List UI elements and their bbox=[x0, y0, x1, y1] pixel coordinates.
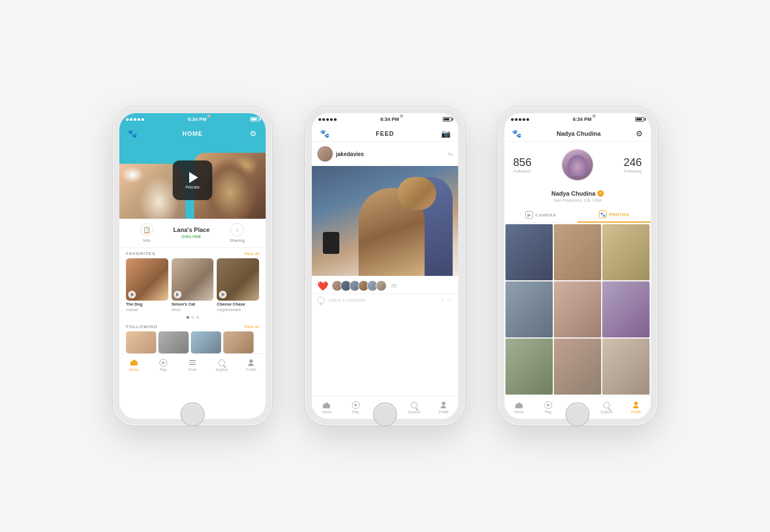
nav-profile-2[interactable]: Profile bbox=[429, 401, 458, 414]
status-time-2: 6:34 PM bbox=[380, 117, 399, 122]
fav-owner-2: megoliviamarie bbox=[217, 308, 259, 312]
tab-camera[interactable]: ▶ CAMERA bbox=[504, 207, 578, 223]
following-stat: 246 Following bbox=[624, 157, 642, 174]
favorites-view-all[interactable]: View all bbox=[244, 251, 259, 256]
petcube-overlay[interactable]: Petcube bbox=[173, 160, 212, 200]
profile-username-nav: Nadya Chudina bbox=[557, 130, 601, 137]
following-thumb-0[interactable] bbox=[126, 331, 156, 353]
feed-actions: ❤️ 25 bbox=[312, 276, 458, 293]
info-button[interactable]: 📋 Info bbox=[140, 223, 153, 243]
following-thumb-3[interactable] bbox=[223, 331, 254, 353]
nav-bar-1: 🐾 HOME ⚙ bbox=[119, 125, 266, 142]
grid-photo-2[interactable] bbox=[602, 224, 650, 280]
favorites-header: FAVORITES View all bbox=[119, 248, 266, 258]
camera-name: Lana's Place bbox=[173, 224, 210, 234]
likes-avatars bbox=[332, 280, 387, 291]
followers-count: 856 bbox=[513, 157, 531, 168]
grid-photo-5[interactable] bbox=[602, 281, 650, 337]
followers-stat: 856 Followers bbox=[513, 157, 531, 174]
page-title-1: HOME bbox=[183, 130, 203, 137]
camera-icon-2[interactable]: 📷 bbox=[441, 129, 450, 138]
following-count: 246 bbox=[624, 157, 642, 168]
paw-icon-2: 🐾 bbox=[320, 129, 329, 138]
camera-tab-icon: ▶ bbox=[525, 211, 533, 219]
comment-row: Leave a comment ↑ ··· bbox=[312, 293, 458, 306]
play-icon-2 bbox=[352, 401, 360, 409]
post-user[interactable]: jakedavies bbox=[317, 146, 364, 162]
home-button-1[interactable] bbox=[180, 402, 205, 426]
settings-icon-1[interactable]: ⚙ bbox=[248, 129, 258, 138]
grid-photo-7[interactable] bbox=[554, 339, 601, 395]
profile-icon-1 bbox=[248, 359, 254, 366]
nav-home-1[interactable]: Home bbox=[119, 359, 148, 372]
following-view-all[interactable]: View all bbox=[244, 324, 259, 329]
online-status: ONLINE bbox=[173, 234, 210, 242]
following-row bbox=[119, 331, 266, 353]
grid-photo-8[interactable] bbox=[602, 339, 650, 395]
phones-container: 6:34 PM 🐾 HOME ⚙ bbox=[113, 107, 657, 425]
post-header: jakedavies 5s bbox=[312, 142, 458, 166]
nav-explore-1[interactable]: Explore bbox=[207, 359, 237, 372]
status-bar-3: 6:34 PM bbox=[504, 113, 651, 125]
nav-bar-2: 🐾 FEED 📷 bbox=[312, 125, 458, 142]
nav-play-3[interactable]: Play bbox=[534, 401, 563, 414]
comment-actions: ↑ ··· bbox=[441, 296, 453, 304]
share-icon[interactable]: ↑ bbox=[441, 296, 444, 304]
nav-explore-3[interactable]: Explore bbox=[592, 401, 622, 414]
sharing-button[interactable]: ↑ Sharing bbox=[229, 223, 245, 243]
nav-profile-1[interactable]: Profile bbox=[237, 359, 266, 372]
grid-photo-0[interactable] bbox=[505, 224, 553, 280]
fav-play-0 bbox=[128, 291, 136, 298]
status-bar-1: 6:34 PM bbox=[119, 113, 266, 125]
grid-photo-4[interactable] bbox=[554, 281, 601, 337]
home-icon-3 bbox=[515, 402, 522, 408]
bottom-nav-1: Home Play Feed bbox=[119, 353, 266, 376]
home-icon-1 bbox=[130, 359, 138, 365]
profile-name-section: Nadya Chudina ✓ San Francisco, CA, USA bbox=[504, 188, 651, 207]
liker-avatar-5 bbox=[376, 280, 387, 291]
feed-post-image bbox=[312, 166, 458, 276]
followers-label: Followers bbox=[514, 169, 531, 174]
fav-owner-1: simon bbox=[172, 308, 214, 312]
comment-placeholder[interactable]: Leave a comment bbox=[328, 297, 437, 303]
grid-photo-1[interactable] bbox=[554, 224, 601, 280]
battery-2 bbox=[443, 117, 452, 121]
home-icon-2 bbox=[323, 402, 330, 408]
profile-location: San Francisco, CA, USA bbox=[504, 198, 651, 203]
heart-icon[interactable]: ❤️ bbox=[317, 281, 328, 291]
status-time-3: 6:34 PM bbox=[573, 117, 591, 122]
profile-nav-bar: 🐾 Nadya Chudina ⚙ bbox=[504, 125, 651, 142]
home-button-3[interactable] bbox=[565, 402, 590, 426]
tab-photos[interactable]: 🐾 PHOTOS bbox=[578, 207, 651, 223]
settings-icon-3[interactable]: ⚙ bbox=[636, 129, 643, 138]
fav-item-1[interactable]: Simon's Cat simon bbox=[172, 258, 214, 312]
nav-feed-1[interactable]: Feed bbox=[178, 359, 207, 372]
nav-play-1[interactable]: Play bbox=[148, 359, 178, 372]
feed-icon-1 bbox=[189, 360, 196, 365]
nav-home-3[interactable]: Home bbox=[504, 401, 534, 414]
following-title: FOLLOWING bbox=[126, 324, 158, 329]
nav-explore-2[interactable]: Explore bbox=[400, 401, 429, 414]
fav-play-2 bbox=[219, 291, 227, 298]
fav-name-0: The Dog bbox=[126, 302, 168, 307]
nav-home-2[interactable]: Home bbox=[312, 401, 341, 414]
camera-info-row: 📋 Info Lana's Place ONLINE ↑ Sharing bbox=[119, 219, 266, 248]
following-thumb-2[interactable] bbox=[191, 331, 221, 353]
fav-item-2[interactable]: Cheese Chase megoliviamarie bbox=[217, 258, 259, 312]
signal-dots-2 bbox=[318, 118, 337, 121]
grid-photo-3[interactable] bbox=[505, 281, 553, 337]
profile-stats-row: 856 Followers 246 Following bbox=[504, 142, 651, 188]
fav-item-0[interactable]: The Dog michael bbox=[126, 258, 168, 312]
profile-avatar[interactable] bbox=[561, 148, 594, 181]
hero-section: Petcube bbox=[119, 142, 266, 219]
nav-profile-3[interactable]: Profile bbox=[622, 401, 651, 414]
grid-photo-6[interactable] bbox=[505, 339, 553, 395]
following-thumb-1[interactable] bbox=[158, 331, 189, 353]
post-username: jakedavies bbox=[336, 151, 364, 157]
photos-tab-icon: 🐾 bbox=[599, 210, 607, 218]
nav-play-2[interactable]: Play bbox=[341, 401, 370, 414]
profile-tabs: ▶ CAMERA 🐾 PHOTOS bbox=[504, 207, 651, 223]
more-icon[interactable]: ··· bbox=[447, 296, 453, 304]
home-button-2[interactable] bbox=[373, 402, 397, 426]
fav-owner-0: michael bbox=[126, 308, 168, 312]
